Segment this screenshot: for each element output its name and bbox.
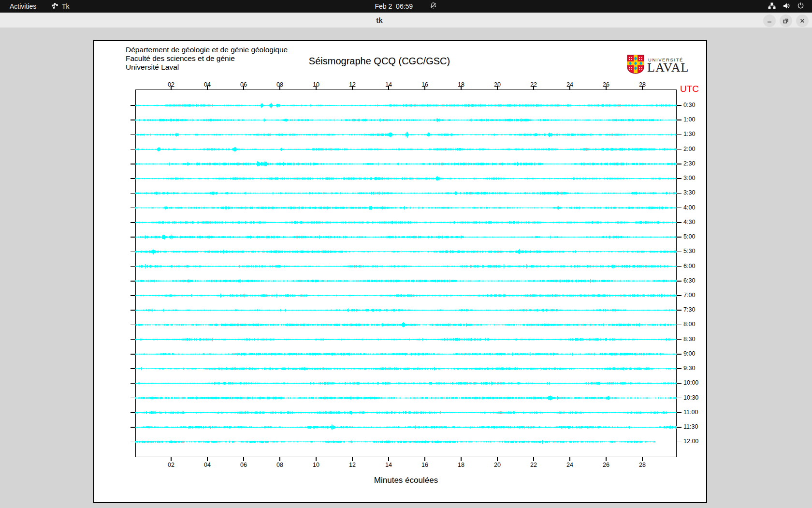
close-button[interactable] — [796, 15, 809, 27]
utc-tick-label: 12:00 — [683, 438, 704, 445]
x-tick-mark-bottom — [569, 457, 570, 461]
utc-tick-label: 6:00 — [683, 263, 704, 269]
x-tick-mark-bottom — [352, 457, 353, 461]
utc-tick-mark-right — [677, 222, 682, 223]
utc-tick-mark-left — [130, 339, 135, 340]
utc-axis-label: UTC — [680, 84, 699, 94]
activities-button[interactable]: Activities — [6, 0, 40, 13]
utc-tick-mark-left — [130, 354, 135, 355]
restore-icon — [783, 18, 789, 24]
window-title: tk — [372, 16, 387, 24]
utc-tick-label: 10:00 — [683, 379, 704, 386]
utc-tick-mark-right — [677, 310, 682, 311]
x-tick-mark-top — [533, 86, 534, 90]
utc-tick-label: 2:30 — [683, 160, 704, 167]
utc-tick-mark-right — [677, 368, 682, 369]
app-menu-button[interactable]: Tk — [48, 0, 72, 13]
utc-tick-label: 6:30 — [683, 277, 704, 284]
utc-tick-mark-right — [677, 412, 682, 413]
x-tick-mark-top — [316, 86, 317, 90]
utc-tick-mark-left — [130, 120, 135, 120]
system-status-area[interactable] — [764, 0, 808, 13]
x-tick-mark-bottom — [424, 457, 425, 461]
utc-tick-label: 1:00 — [683, 116, 704, 123]
utc-tick-label: 5:30 — [683, 248, 704, 254]
utc-tick-mark-left — [130, 368, 135, 369]
utc-tick-mark-right — [677, 281, 682, 282]
utc-tick-mark-left — [130, 266, 135, 267]
x-tick-mark-top — [642, 86, 643, 90]
utc-tick-label: 4:00 — [683, 204, 704, 211]
utc-tick-mark-right — [677, 442, 682, 443]
clock-button[interactable]: Feb 2 06:59 — [358, 0, 454, 13]
x-tick-mark-top — [497, 86, 498, 90]
x-tick-mark-top — [461, 86, 462, 90]
utc-tick-mark-left — [130, 295, 135, 296]
seismogram-trace-canvas — [135, 90, 677, 457]
header-line-3: Université Laval — [126, 63, 179, 72]
x-tick-label-bottom: 08 — [273, 462, 287, 468]
x-tick-label-bottom: 12 — [345, 462, 360, 468]
x-tick-mark-top — [606, 86, 607, 90]
utc-tick-mark-right — [677, 252, 682, 253]
utc-tick-label: 7:00 — [683, 292, 704, 299]
minimize-button[interactable] — [763, 15, 776, 27]
utc-tick-mark-right — [677, 354, 682, 355]
x-tick-label-bottom: 28 — [635, 462, 650, 468]
clock-label: Feb 2 06:59 — [375, 2, 413, 10]
utc-tick-mark-right — [677, 325, 682, 326]
utc-tick-mark-left — [130, 237, 135, 238]
utc-tick-label: 1:30 — [683, 131, 704, 137]
utc-tick-mark-right — [677, 237, 682, 238]
utc-tick-mark-right — [677, 383, 682, 384]
window-title-bar[interactable]: tk — [0, 13, 812, 28]
x-tick-mark-bottom — [171, 457, 172, 461]
logo-text-laval: LAVAL — [647, 60, 689, 75]
seismograph-window: Département de géologie et de génie géol… — [93, 40, 707, 503]
utc-tick-label: 3:30 — [683, 189, 704, 196]
utc-tick-mark-right — [677, 120, 682, 120]
header-line-1: Département de géologie et de génie géol… — [126, 45, 288, 54]
tk-app-icon — [51, 2, 58, 11]
x-tick-label-bottom: 16 — [418, 462, 432, 468]
x-tick-label-bottom: 20 — [490, 462, 505, 468]
x-tick-mark-bottom — [642, 457, 643, 461]
utc-tick-mark-right — [677, 164, 682, 164]
utc-tick-mark-left — [130, 208, 135, 209]
utc-tick-mark-left — [130, 427, 135, 428]
x-tick-mark-bottom — [497, 457, 498, 461]
utc-tick-mark-left — [130, 325, 135, 326]
x-tick-mark-top — [207, 86, 208, 90]
utc-tick-mark-right — [677, 398, 682, 399]
app-menu-label: Tk — [62, 2, 70, 10]
utc-tick-label: 7:30 — [683, 306, 704, 313]
x-tick-label-bottom: 26 — [599, 462, 613, 468]
utc-tick-mark-left — [130, 149, 135, 150]
utc-tick-mark-right — [677, 178, 682, 179]
utc-tick-mark-left — [130, 134, 135, 135]
x-tick-label-bottom: 14 — [381, 462, 396, 468]
laval-logo: UNIVERSITÉ LAVAL — [624, 54, 701, 75]
utc-tick-mark-right — [677, 193, 682, 194]
activities-label: Activities — [10, 2, 36, 10]
network-wired-icon — [768, 2, 776, 11]
restore-button[interactable] — [780, 15, 792, 27]
utc-tick-label: 11:00 — [683, 409, 704, 416]
minimize-icon — [767, 18, 772, 24]
utc-tick-label: 9:30 — [683, 365, 704, 372]
utc-tick-label: 3:00 — [683, 175, 704, 181]
utc-tick-mark-left — [130, 442, 135, 443]
utc-tick-mark-left — [130, 398, 135, 399]
utc-tick-label: 8:30 — [683, 336, 704, 343]
utc-tick-mark-left — [130, 412, 135, 413]
utc-tick-label: 5:00 — [683, 233, 704, 240]
x-tick-label-bottom: 06 — [236, 462, 251, 468]
utc-tick-mark-left — [130, 105, 135, 106]
utc-tick-mark-right — [677, 105, 682, 106]
utc-tick-mark-right — [677, 295, 682, 296]
x-tick-mark-bottom — [243, 457, 244, 461]
x-tick-mark-bottom — [388, 457, 389, 461]
x-tick-mark-top — [243, 86, 244, 90]
x-tick-mark-top — [424, 86, 425, 90]
utc-tick-mark-right — [677, 134, 682, 135]
